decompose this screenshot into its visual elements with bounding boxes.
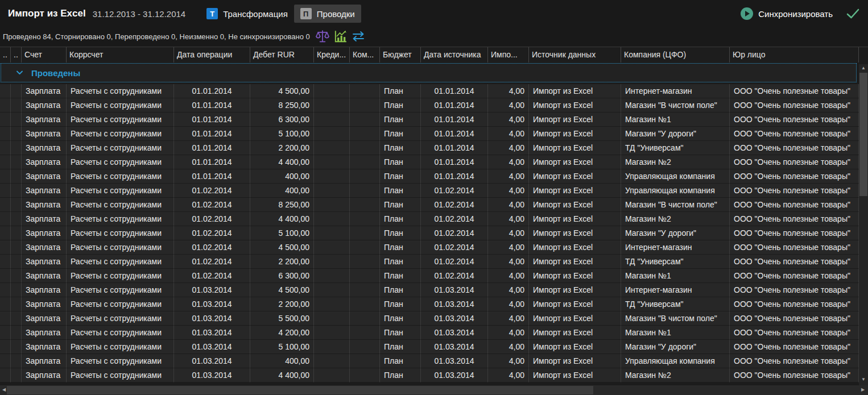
table-cell-import_qty[interactable]: 4,00	[488, 169, 529, 184]
table-cell-date_op[interactable]: 01.03.2014	[174, 283, 250, 297]
table-cell-company[interactable]: Магазин №1	[621, 326, 730, 340]
table-cell-import_qty[interactable]: 4,00	[488, 368, 529, 382]
table-cell-budget[interactable]: План	[380, 368, 421, 382]
table-cell-sel1[interactable]	[0, 98, 11, 113]
table-cell-sel1[interactable]	[0, 127, 11, 141]
synchronize-button[interactable]: Синхронизировать	[741, 7, 833, 20]
table-cell-import_qty[interactable]: 4,00	[488, 255, 529, 269]
table-cell-source[interactable]: Импорт из Excel	[529, 98, 621, 113]
table-cell-debit[interactable]: 4 400,00	[250, 212, 314, 226]
table-cell-korrschet[interactable]: Расчеты с сотрудниками	[67, 212, 174, 226]
table-cell-credit[interactable]	[314, 98, 350, 113]
table-cell-sel2[interactable]	[11, 113, 22, 127]
table-cell-sel2[interactable]	[11, 368, 22, 382]
table-cell-source[interactable]: Импорт из Excel	[529, 184, 621, 198]
table-cell-entity[interactable]: ООО "Очень полезные товары"	[730, 141, 859, 155]
table-cell-source[interactable]: Импорт из Excel	[529, 354, 621, 368]
table-row[interactable]: ЗарплатаРасчеты с сотрудниками01.01.2014…	[0, 98, 859, 113]
table-cell-sel2[interactable]	[11, 311, 22, 326]
table-cell-date_src[interactable]: 01.02.2014	[421, 212, 488, 226]
table-cell-import_qty[interactable]: 4,00	[488, 340, 529, 354]
column-header-debit[interactable]: Дебет RUR	[250, 47, 314, 63]
table-cell-entity[interactable]: ООО "Очень полезные товары"	[730, 311, 859, 326]
table-row[interactable]: ЗарплатаРасчеты с сотрудниками01.02.2014…	[0, 255, 859, 269]
table-cell-sel1[interactable]	[0, 311, 11, 326]
table-cell-sel2[interactable]	[11, 326, 22, 340]
table-cell-date_op[interactable]: 01.02.2014	[174, 198, 250, 212]
table-cell-source[interactable]: Импорт из Excel	[529, 212, 621, 226]
column-header-source[interactable]: Источник данных	[529, 47, 621, 63]
column-header-schet[interactable]: Счет	[22, 47, 67, 63]
table-cell-import_qty[interactable]: 4,00	[488, 226, 529, 240]
table-cell-import_qty[interactable]: 4,00	[488, 141, 529, 155]
table-row[interactable]: ЗарплатаРасчеты с сотрудниками01.03.2014…	[0, 297, 859, 311]
table-cell-source[interactable]: Импорт из Excel	[529, 127, 621, 141]
table-cell-entity[interactable]: ООО "Очень полезные товары"	[730, 127, 859, 141]
table-cell-entity[interactable]: ООО "Очень полезные товары"	[730, 212, 859, 226]
table-row[interactable]: ЗарплатаРасчеты с сотрудниками01.01.2014…	[0, 169, 859, 184]
table-cell-sel1[interactable]	[0, 326, 11, 340]
table-cell-debit[interactable]: 4 200,00	[250, 326, 314, 340]
table-cell-kom[interactable]	[350, 184, 380, 198]
table-cell-debit[interactable]: 8 250,00	[250, 98, 314, 113]
column-header-korrschet[interactable]: Коррсчет	[67, 47, 174, 63]
table-cell-korrschet[interactable]: Расчеты с сотрудниками	[67, 198, 174, 212]
table-cell-kom[interactable]	[350, 368, 380, 382]
table-cell-date_op[interactable]: 01.03.2014	[174, 340, 250, 354]
table-cell-import_qty[interactable]: 4,00	[488, 184, 529, 198]
table-cell-credit[interactable]	[314, 283, 350, 297]
table-cell-entity[interactable]: ООО "Очень полезные товары"	[730, 297, 859, 311]
table-cell-debit[interactable]: 400,00	[250, 184, 314, 198]
confirm-button[interactable]	[846, 9, 860, 19]
table-row[interactable]: ЗарплатаРасчеты с сотрудниками01.03.2014…	[0, 326, 859, 340]
table-cell-schet[interactable]: Зарплата	[22, 255, 67, 269]
table-cell-company[interactable]: Магазин "В чистом поле"	[621, 98, 730, 113]
table-cell-source[interactable]: Импорт из Excel	[529, 84, 621, 98]
table-cell-sel1[interactable]	[0, 283, 11, 297]
table-cell-credit[interactable]	[314, 255, 350, 269]
table-cell-schet[interactable]: Зарплата	[22, 98, 67, 113]
table-cell-budget[interactable]: План	[380, 340, 421, 354]
table-cell-date_op[interactable]: 01.01.2014	[174, 141, 250, 155]
table-cell-source[interactable]: Импорт из Excel	[529, 269, 621, 283]
table-cell-source[interactable]: Импорт из Excel	[529, 368, 621, 382]
table-cell-kom[interactable]	[350, 84, 380, 98]
table-cell-korrschet[interactable]: Расчеты с сотрудниками	[67, 326, 174, 340]
table-cell-date_src[interactable]: 01.02.2014	[421, 198, 488, 212]
table-cell-debit[interactable]: 400,00	[250, 354, 314, 368]
table-cell-import_qty[interactable]: 4,00	[488, 198, 529, 212]
table-cell-debit[interactable]: 4 400,00	[250, 368, 314, 382]
table-cell-budget[interactable]: План	[380, 84, 421, 98]
transformation-button[interactable]: Т Трансформация	[200, 5, 294, 23]
table-cell-date_op[interactable]: 01.01.2014	[174, 98, 250, 113]
table-cell-korrschet[interactable]: Расчеты с сотрудниками	[67, 155, 174, 169]
table-cell-company[interactable]: ТД "Универсам"	[621, 255, 730, 269]
table-cell-budget[interactable]: План	[380, 212, 421, 226]
table-cell-import_qty[interactable]: 4,00	[488, 155, 529, 169]
table-cell-date_src[interactable]: 01.01.2014	[421, 127, 488, 141]
table-cell-source[interactable]: Импорт из Excel	[529, 113, 621, 127]
swap-arrows-icon[interactable]	[351, 30, 366, 43]
table-cell-company[interactable]: Магазин "У дороги"	[621, 340, 730, 354]
table-cell-sel2[interactable]	[11, 340, 22, 354]
table-cell-debit[interactable]: 2 200,00	[250, 141, 314, 155]
table-row[interactable]: ЗарплатаРасчеты с сотрудниками01.02.2014…	[0, 240, 859, 255]
table-cell-debit[interactable]: 8 250,00	[250, 198, 314, 212]
table-cell-date_src[interactable]: 01.03.2014	[421, 326, 488, 340]
table-cell-import_qty[interactable]: 4,00	[488, 98, 529, 113]
table-cell-company[interactable]: Магазин №1	[621, 113, 730, 127]
table-cell-sel1[interactable]	[0, 184, 11, 198]
table-cell-korrschet[interactable]: Расчеты с сотрудниками	[67, 340, 174, 354]
table-cell-sel2[interactable]	[11, 269, 22, 283]
table-cell-date_src[interactable]: 01.01.2014	[421, 155, 488, 169]
table-row[interactable]: ЗарплатаРасчеты с сотрудниками01.03.2014…	[0, 340, 859, 354]
table-cell-credit[interactable]	[314, 354, 350, 368]
table-cell-credit[interactable]	[314, 212, 350, 226]
table-cell-schet[interactable]: Зарплата	[22, 354, 67, 368]
table-cell-kom[interactable]	[350, 311, 380, 326]
table-cell-debit[interactable]: 5 100,00	[250, 340, 314, 354]
table-cell-sel1[interactable]	[0, 226, 11, 240]
table-cell-korrschet[interactable]: Расчеты с сотрудниками	[67, 226, 174, 240]
table-cell-budget[interactable]: План	[380, 311, 421, 326]
table-row[interactable]: ЗарплатаРасчеты с сотрудниками01.03.2014…	[0, 283, 859, 297]
